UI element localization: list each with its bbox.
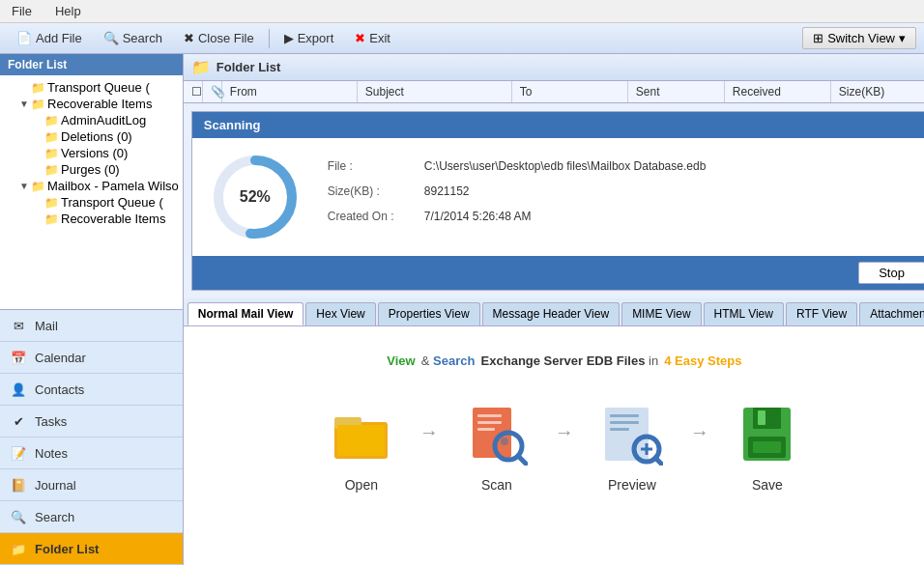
step-scan: Scan (448, 400, 545, 493)
tree-item[interactable]: 📁 Transport Queue ( (4, 79, 179, 96)
nav-item-label: Mail (35, 319, 58, 333)
close-icon: ✖ (184, 31, 194, 45)
svg-rect-14 (610, 421, 639, 424)
nav-item-mail[interactable]: ✉Mail (0, 310, 183, 342)
add-file-icon: 📄 (16, 31, 32, 45)
svg-rect-6 (477, 414, 502, 417)
scanning-header: Scanning (192, 112, 924, 138)
scanning-body: 52% File : C:\Users\user\Desktop\edb fil… (192, 138, 924, 256)
nav-item-contacts[interactable]: 👤Contacts (0, 374, 183, 406)
tree-item[interactable]: 📁 AdminAuditLog (4, 112, 179, 128)
preview-label: Preview (608, 477, 656, 493)
switch-view-button[interactable]: ⊞ Switch View ▾ (802, 27, 916, 49)
size-row: Size(KB) : 8921152 (328, 184, 917, 198)
created-row: Created On : 7/1/2014 5:26:48 AM (328, 210, 917, 223)
tab-bar: Normal Mail ViewHex ViewProperties ViewM… (184, 298, 924, 326)
folder-icon: 📁 (31, 180, 45, 193)
export-button[interactable]: ▶ Export (275, 27, 343, 49)
search-button[interactable]: 🔍 Search (95, 27, 171, 49)
nav-item-notes[interactable]: 📝Notes (0, 438, 183, 469)
created-label: Created On : (328, 210, 424, 223)
folder-icon-header: 📁 (191, 58, 211, 76)
folder-icon: 📁 (44, 212, 59, 226)
step-open: Open (313, 400, 410, 493)
close-file-button[interactable]: ✖ Close File (175, 27, 263, 49)
expand-icon[interactable]: ▼ (19, 181, 29, 191)
folder-list-icon: 📁 (10, 540, 27, 557)
tab-properties[interactable]: Properties View (378, 302, 480, 325)
journal-icon: 📔 (10, 476, 27, 494)
th-received[interactable]: Received (725, 81, 831, 102)
folder-label: AdminAuditLog (61, 113, 146, 127)
expand-icon[interactable]: ▼ (19, 99, 29, 109)
svg-line-10 (518, 456, 526, 464)
tab-html[interactable]: HTML View (704, 302, 784, 325)
svg-rect-15 (610, 428, 629, 431)
mail-icon: ✉ (10, 317, 27, 334)
arrow-3: → (690, 421, 709, 443)
table-header: ☐ 📎 From Subject To Sent Received Size(K… (184, 81, 924, 103)
nav-item-search[interactable]: 🔍Search (0, 501, 183, 533)
folder-tree[interactable]: 📁 Transport Queue (▼📁 Recoverable Items📁… (0, 75, 183, 310)
th-size[interactable]: Size(KB) (831, 81, 924, 102)
tree-item[interactable]: ▼📁 Mailbox - Pamela Wilso (4, 178, 179, 194)
calendar-icon: 📅 (10, 349, 27, 366)
th-from[interactable]: From (222, 81, 358, 102)
file-row: File : C:\Users\user\Desktop\edb files\M… (328, 159, 917, 173)
stop-button[interactable]: Stop (858, 262, 924, 284)
folder-icon: 📁 (44, 114, 59, 127)
nav-item-calendar[interactable]: 📅Calendar (0, 342, 183, 374)
progress-circle: 52% (212, 154, 299, 240)
folder-icon: 📁 (44, 196, 59, 210)
folder-icon: 📁 (44, 147, 59, 160)
tree-item[interactable]: ▼📁 Recoverable Items (4, 96, 179, 112)
step-save: Save (719, 400, 816, 493)
tree-item[interactable]: 📁 Transport Queue ( (4, 194, 179, 211)
tree-item[interactable]: 📁 Deletions (0) (4, 128, 179, 145)
open-label: Open (345, 477, 378, 493)
title-and: & (421, 353, 433, 368)
exit-button[interactable]: ✖ Exit (346, 27, 399, 49)
title-in: in (649, 353, 658, 368)
nav-item-tasks[interactable]: ✔Tasks (0, 406, 183, 438)
nav-item-label: Folder List (35, 542, 99, 556)
tab-attachments[interactable]: Attachments (859, 302, 924, 325)
tree-item[interactable]: 📁 Recoverable Items (4, 211, 179, 227)
menu-file[interactable]: File (8, 2, 36, 20)
svg-rect-13 (610, 414, 639, 417)
title-view: View (387, 353, 415, 368)
tab-normal[interactable]: Normal Mail View (188, 302, 303, 325)
folder-list-panel: Folder List 📁 Transport Queue (▼📁 Recove… (0, 54, 183, 310)
chevron-down-icon: ▾ (899, 31, 906, 45)
menu-help[interactable]: Help (51, 2, 85, 20)
tab-rtf[interactable]: RTF View (786, 302, 857, 325)
tab-message-header[interactable]: Message Header View (482, 302, 621, 325)
nav-item-label: Contacts (35, 382, 84, 397)
tab-mime[interactable]: MIME View (621, 302, 701, 325)
menu-bar: File Help (0, 0, 924, 23)
tree-item[interactable]: 📁 Versions (0) (4, 145, 179, 161)
scanning-details: File : C:\Users\user\Desktop\edb files\M… (328, 159, 917, 235)
scan-label: Scan (481, 477, 512, 493)
add-file-button[interactable]: 📄 Add File (8, 27, 91, 49)
th-subject[interactable]: Subject (358, 81, 512, 102)
arrow-2: → (555, 421, 574, 443)
preview-icon (598, 400, 666, 467)
nav-item-label: Notes (35, 446, 68, 461)
file-label: File : (328, 159, 424, 173)
svg-rect-7 (477, 421, 502, 424)
folder-icon: 📁 (31, 98, 45, 111)
tab-hex[interactable]: Hex View (305, 302, 375, 325)
folder-label: Deletions (0) (61, 129, 132, 144)
th-sent[interactable]: Sent (628, 81, 725, 102)
svg-rect-21 (753, 408, 781, 429)
tree-item[interactable]: 📁 Purges (0) (4, 161, 179, 178)
folder-label: Purges (0) (61, 162, 120, 177)
svg-rect-22 (758, 410, 765, 425)
th-to[interactable]: To (512, 81, 628, 102)
nav-item-journal[interactable]: 📔Journal (0, 469, 183, 501)
nav-item-folder-list[interactable]: 📁Folder List (0, 533, 183, 565)
progress-label: 52% (240, 188, 271, 206)
export-icon: ▶ (284, 31, 294, 45)
exit-icon: ✖ (355, 31, 365, 45)
